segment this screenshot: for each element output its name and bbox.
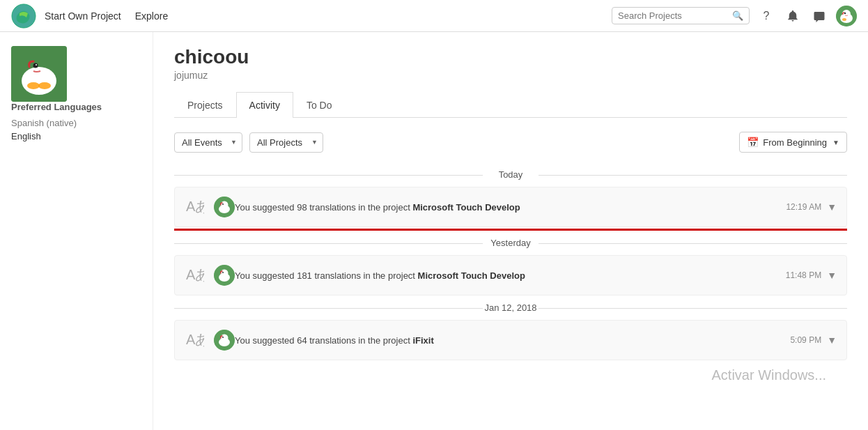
- notifications-icon[interactable]: [783, 6, 803, 26]
- activity-text-2: You suggested 64 translations in the pro…: [235, 335, 790, 346]
- activity-expand-1[interactable]: ▼: [827, 270, 837, 281]
- date-filter-label: From Beginning: [763, 137, 827, 148]
- username: jojumuz: [174, 70, 847, 81]
- svg-point-26: [221, 335, 228, 342]
- watermark: Activar Windows...: [174, 360, 847, 390]
- sidebar: Preferred Languages Spanish (native) Eng…: [0, 32, 153, 430]
- preferred-languages-title: Preferred Languages: [11, 102, 141, 112]
- date-label-yesterday: Yesterday: [174, 238, 847, 248]
- activity-avatar-2: [214, 330, 235, 351]
- help-icon[interactable]: ?: [757, 6, 776, 26]
- date-filter[interactable]: 📅 From Beginning ▼: [739, 132, 847, 153]
- navbar-icons: ?: [757, 6, 857, 26]
- date-filter-chevron: ▼: [832, 139, 839, 146]
- projects-filter[interactable]: All Projects: [249, 132, 323, 153]
- svg-point-16: [221, 201, 228, 209]
- tabs: Projects Activity To Do: [174, 92, 847, 118]
- svg-point-9: [33, 63, 38, 68]
- translation-icon-1: Aあ: [185, 264, 207, 286]
- site-logo[interactable]: [11, 3, 36, 29]
- activity-time-0: 12:19 AM: [786, 202, 821, 212]
- svg-point-27: [222, 337, 224, 338]
- activity-item-2: Aあ You suggested 64 translations in the …: [174, 320, 847, 360]
- calendar-icon: 📅: [747, 137, 759, 148]
- page-wrapper: Preferred Languages Spanish (native) Eng…: [0, 32, 868, 430]
- svg-text:Aあ: Aあ: [186, 199, 204, 214]
- activity-project-1: Microsoft Touch Develop: [418, 270, 525, 281]
- date-label-jan12: Jan 12, 2018: [174, 302, 847, 313]
- translation-icon: Aあ: [185, 196, 207, 218]
- search-bar: 🔍: [612, 7, 750, 24]
- language-english: English: [11, 131, 141, 141]
- explore-link[interactable]: Explore: [135, 10, 168, 22]
- user-heading: chicoou jojumuz: [174, 46, 847, 81]
- activity-avatar-0: [214, 197, 235, 217]
- navbar: Start Own Project Explore 🔍 ?: [0, 0, 868, 32]
- svg-point-10: [36, 64, 37, 66]
- search-input[interactable]: [618, 10, 729, 21]
- activity-avatar-1: [214, 265, 235, 286]
- activity-time-1: 11:48 PM: [786, 270, 821, 280]
- projects-filter-wrapper: All Projects: [249, 132, 323, 153]
- activity-expand-0[interactable]: ▼: [827, 201, 837, 213]
- translation-icon-2: Aあ: [185, 329, 207, 351]
- activity-project-0: Microsoft Touch Develop: [412, 202, 520, 213]
- activity-item-0: Aあ You suggested 98 translations in the …: [174, 187, 847, 227]
- activity-text-1: You suggested 181 translations in the pr…: [235, 270, 786, 281]
- tab-activity[interactable]: Activity: [236, 92, 293, 118]
- activity-time-2: 5:09 PM: [790, 335, 821, 345]
- events-filter[interactable]: All Events: [174, 132, 242, 153]
- activity-expand-2[interactable]: ▼: [827, 335, 837, 346]
- user-avatar[interactable]: [836, 6, 857, 26]
- language-spanish: Spanish (native): [11, 118, 141, 128]
- tab-projects[interactable]: Projects: [174, 92, 236, 118]
- svg-text:Aあ: Aあ: [186, 267, 204, 282]
- events-filter-wrapper: All Events: [174, 132, 242, 153]
- display-name: chicoou: [174, 46, 847, 68]
- activity-project-2: iFixit: [412, 335, 433, 346]
- messages-icon[interactable]: [809, 6, 829, 26]
- start-own-project-link[interactable]: Start Own Project: [45, 10, 121, 22]
- activity-item-1: Aあ You suggested 181 translations in the…: [174, 255, 847, 295]
- svg-point-17: [222, 204, 224, 205]
- main-content: chicoou jojumuz Projects Activity To Do …: [153, 32, 868, 430]
- svg-point-5: [842, 18, 846, 21]
- svg-point-22: [222, 272, 224, 273]
- svg-point-12: [38, 82, 51, 89]
- navbar-links: Start Own Project Explore: [45, 10, 612, 22]
- date-label-today: Today: [174, 169, 847, 180]
- tab-todo[interactable]: To Do: [293, 92, 346, 118]
- svg-point-11: [27, 82, 40, 89]
- filters: All Events All Projects 📅 From Beginning…: [174, 132, 847, 153]
- search-icon[interactable]: 🔍: [732, 10, 743, 21]
- profile-avatar: [11, 46, 67, 102]
- svg-point-4: [844, 12, 846, 13]
- svg-point-21: [221, 270, 228, 277]
- svg-text:Aあ: Aあ: [186, 332, 204, 347]
- activity-text-0: You suggested 98 translations in the pro…: [235, 202, 786, 213]
- red-divider: [174, 229, 847, 231]
- svg-point-3: [842, 10, 851, 18]
